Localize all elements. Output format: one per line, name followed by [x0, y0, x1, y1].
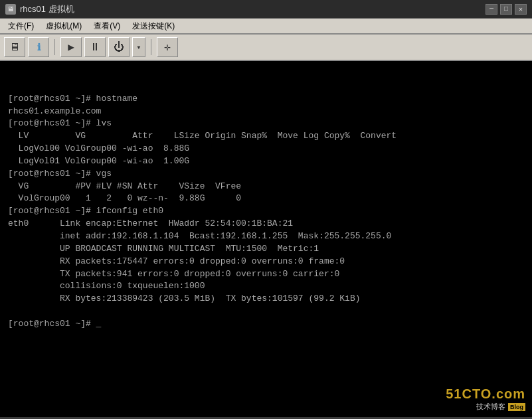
monitor-icon: 🖥: [9, 41, 20, 54]
title-bar: 🖥 rhcs01 虚拟机 ─ □ ✕: [0, 0, 532, 19]
menu-bar: 文件(F) 虚拟机(M) 查看(V) 发送按键(K): [0, 19, 532, 35]
toolbar-separator-1: [54, 39, 55, 55]
title-bar-left: 🖥 rhcs01 虚拟机: [5, 3, 74, 15]
dropdown-button[interactable]: ▼: [132, 37, 145, 57]
play-icon: ▶: [68, 41, 74, 54]
watermark-subtext: 技术博客: [476, 402, 505, 412]
toolbar: 🖥 ℹ ▶ ⏸ ⏻ ▼ ✛: [0, 35, 532, 61]
terminal-area[interactable]: [root@rhcs01 ~]# hostname rhcs01.example…: [0, 61, 532, 417]
close-button[interactable]: ✕: [515, 4, 527, 15]
power-button[interactable]: ⏻: [108, 37, 130, 57]
menu-sendkey[interactable]: 发送按键(K): [127, 19, 180, 33]
power-icon: ⏻: [114, 41, 124, 54]
info-icon: ℹ: [37, 42, 41, 53]
chevron-down-icon: ▼: [137, 44, 141, 50]
menu-file[interactable]: 文件(F): [3, 19, 39, 33]
pause-icon: ⏸: [90, 41, 100, 54]
window-title: rhcs01 虚拟机: [20, 3, 74, 15]
info-button[interactable]: ℹ: [28, 37, 49, 57]
app-icon: 🖥: [5, 4, 16, 15]
monitor-button[interactable]: 🖥: [4, 37, 25, 57]
window-controls[interactable]: ─ □ ✕: [486, 4, 527, 15]
maximize-button[interactable]: □: [500, 4, 512, 15]
play-button[interactable]: ▶: [60, 37, 82, 57]
watermark-brand: 51CTO.com: [446, 386, 525, 402]
watermark: 51CTO.com 技术博客 Blog: [446, 386, 525, 412]
watermark-badge: Blog: [508, 403, 525, 411]
toolbar-separator-2: [151, 39, 151, 55]
move-button[interactable]: ✛: [157, 37, 178, 57]
terminal-output: [root@rhcs01 ~]# hostname rhcs01.example…: [8, 68, 524, 331]
move-icon: ✛: [164, 41, 171, 54]
menu-vm[interactable]: 虚拟机(M): [41, 19, 87, 33]
pause-button[interactable]: ⏸: [84, 37, 106, 57]
watermark-sub: 技术博客 Blog: [446, 402, 525, 412]
minimize-button[interactable]: ─: [486, 4, 497, 15]
menu-view[interactable]: 查看(V): [88, 19, 126, 33]
